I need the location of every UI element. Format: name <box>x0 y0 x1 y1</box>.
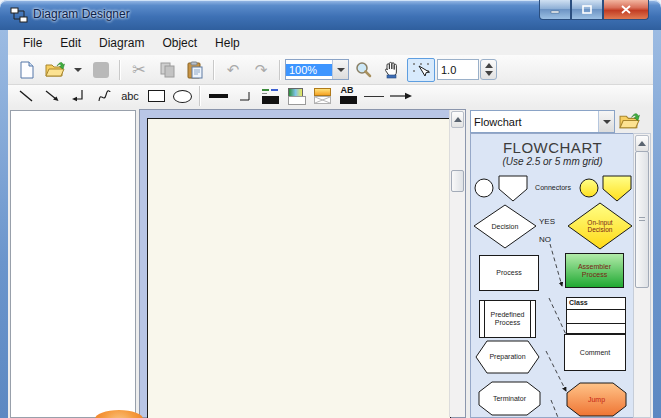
shape-assembler-process[interactable]: Assembler Process <box>565 253 624 288</box>
canvas-scroll-thumb[interactable] <box>451 170 464 192</box>
pan-tool-button[interactable] <box>379 58 403 82</box>
fill-style-icon <box>288 88 305 104</box>
line-icon <box>18 89 34 103</box>
open-folder-icon <box>619 112 640 130</box>
shape-predefined-process[interactable]: Predefined Process <box>479 300 536 338</box>
minimize-button[interactable] <box>539 0 571 20</box>
open-folder-icon <box>45 61 65 78</box>
font-style-button[interactable]: AB <box>337 87 359 105</box>
shape-class[interactable]: Class <box>566 297 626 334</box>
arrow-tool-button[interactable] <box>41 87 63 105</box>
canvas-vertical-scrollbar[interactable] <box>449 110 465 417</box>
arrow-style-button[interactable] <box>389 87 413 105</box>
menu-file[interactable]: File <box>14 33 51 53</box>
save-icon <box>93 62 109 78</box>
arrow-line-icon <box>44 89 60 103</box>
cut-button[interactable]: ✂ <box>127 58 151 82</box>
menu-object[interactable]: Object <box>153 33 206 53</box>
connector-pentagon-yellow[interactable] <box>602 175 632 202</box>
separator <box>199 86 201 106</box>
connector-pentagon-white[interactable] <box>498 175 528 202</box>
connector-style-button[interactable] <box>233 87 255 105</box>
shape-jump[interactable]: Jump <box>566 382 627 417</box>
thick-line-icon <box>209 94 228 98</box>
curve-icon <box>96 89 112 103</box>
cut-icon: ✂ <box>132 60 145 79</box>
shape-process[interactable]: Process <box>479 255 539 291</box>
zoom-select[interactable]: 100% <box>285 59 349 80</box>
curve-tool-button[interactable] <box>93 87 115 105</box>
line-tool-button[interactable] <box>15 87 37 105</box>
scroll-up-icon <box>638 141 646 146</box>
shape-preparation[interactable]: Preparation <box>475 340 540 374</box>
template-select-value: Flowchart <box>471 116 598 128</box>
redo-button[interactable]: ↷ <box>249 58 273 82</box>
canvas-area[interactable] <box>139 109 466 418</box>
title-bar[interactable]: Diagram Designer <box>0 0 661 30</box>
rectangle-icon <box>148 90 165 102</box>
zoom-tool-button[interactable] <box>351 58 375 82</box>
grid-snap-field[interactable]: 1.0 <box>437 59 479 80</box>
copy-button[interactable] <box>155 58 179 82</box>
palette-scroll-up-button[interactable] <box>635 135 649 152</box>
paste-button[interactable] <box>183 58 207 82</box>
undo-button[interactable]: ↶ <box>221 58 245 82</box>
palette-vertical-scrollbar[interactable] <box>633 133 651 418</box>
save-button[interactable] <box>89 58 113 82</box>
close-icon <box>621 5 631 14</box>
open-dropdown-button[interactable] <box>71 58 85 82</box>
zoom-dropdown-button[interactable] <box>332 60 348 79</box>
copy-icon <box>159 61 175 78</box>
connectors-label: Connectors <box>529 184 577 191</box>
new-button[interactable] <box>15 58 39 82</box>
menu-help[interactable]: Help <box>206 33 249 53</box>
close-button[interactable] <box>603 0 649 20</box>
rectangle-tool-button[interactable] <box>145 87 167 105</box>
elbow-line-icon <box>237 90 252 103</box>
line-style-button[interactable] <box>259 87 281 105</box>
shape-terminator[interactable]: Terminator <box>478 381 541 416</box>
polyline-arrow-icon <box>70 89 86 103</box>
diagram-page[interactable] <box>147 118 451 418</box>
palette-title: FLOWCHART <box>471 139 634 156</box>
shape-comment[interactable]: Comment <box>564 334 626 371</box>
ellipse-tool-button[interactable] <box>171 87 193 105</box>
separator <box>213 60 215 80</box>
menu-edit[interactable]: Edit <box>51 33 90 53</box>
connector-circle-white[interactable] <box>474 178 494 198</box>
menu-diagram[interactable]: Diagram <box>90 33 153 53</box>
client-area: Flowchart FLOWCHART (Use 2.5 or 5 mm gri… <box>8 107 653 418</box>
spinner-up-icon <box>485 63 493 68</box>
shape-palette[interactable]: FLOWCHART (Use 2.5 or 5 mm grid) <box>470 133 635 418</box>
text-tool-button[interactable]: abc <box>119 87 141 105</box>
snap-toggle-button[interactable] <box>407 58 435 82</box>
scroll-up-button[interactable] <box>451 111 464 128</box>
diagram-designer-window: Diagram Designer File Edit Diagram Objec… <box>0 0 661 418</box>
line-width-button[interactable] <box>207 87 229 105</box>
shadow-style-button[interactable] <box>311 87 333 105</box>
scroll-up-icon <box>454 117 462 122</box>
yes-label: YES <box>539 217 555 226</box>
grid-snap-value: 1.0 <box>441 64 456 76</box>
chevron-down-icon <box>74 68 82 72</box>
shape-on-input-decision[interactable]: On-Input Decision <box>567 202 633 250</box>
load-palette-button[interactable] <box>617 109 641 132</box>
shape-decision[interactable]: Decision <box>473 204 537 249</box>
magnifier-icon <box>354 61 372 79</box>
connector-circle-yellow[interactable] <box>579 178 599 198</box>
palette-scroll-thumb[interactable] <box>635 151 649 288</box>
fill-style-button[interactable] <box>285 87 307 105</box>
object-tree-panel[interactable] <box>10 110 136 418</box>
maximize-button[interactable] <box>571 0 603 20</box>
predefined-bar <box>484 301 485 337</box>
polyline-tool-button[interactable] <box>67 87 89 105</box>
open-button[interactable] <box>43 58 67 82</box>
template-select[interactable]: Flowchart <box>470 110 615 133</box>
thin-line-button[interactable] <box>363 87 385 105</box>
grid-snap-stepper[interactable] <box>480 59 497 80</box>
window-border-left <box>0 30 8 418</box>
template-dropdown-button[interactable] <box>598 111 614 132</box>
class-divider <box>567 309 625 310</box>
draw-toolbar: abc <box>8 85 653 108</box>
spinner-down-icon <box>485 71 493 76</box>
